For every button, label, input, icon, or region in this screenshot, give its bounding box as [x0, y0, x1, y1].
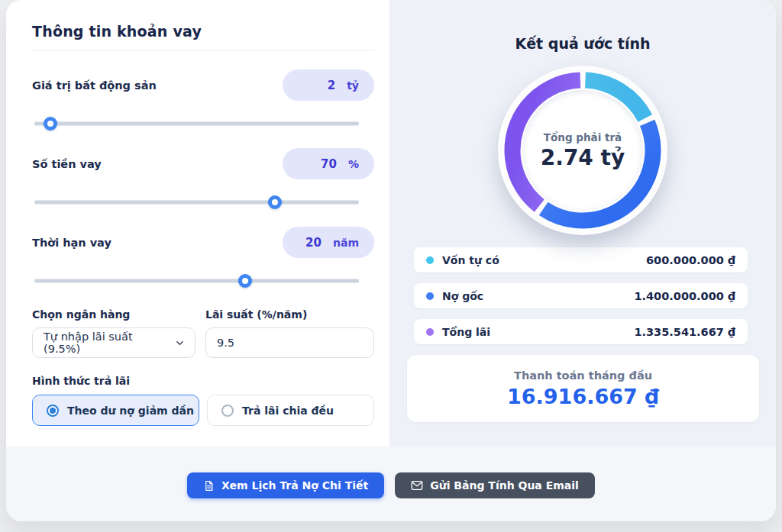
first-month-payment-value: 16.916.667 ₫ [507, 385, 659, 408]
loan-term-number: 20 [305, 236, 322, 250]
first-month-payment-label: Thanh toán tháng đầu [514, 369, 652, 382]
loan-term-slider[interactable] [32, 274, 374, 287]
interest-rate-input[interactable]: 9.5 [205, 327, 374, 358]
cyan-dot-icon [426, 256, 434, 264]
principal-label: Nợ gốc [442, 290, 483, 302]
total-interest-value: 1.335.541.667 ₫ [634, 326, 735, 338]
email-icon [411, 480, 423, 491]
purple-dot-icon [426, 328, 434, 336]
loan-term-pill[interactable]: 20 năm [283, 227, 374, 258]
property-value-label: Giá trị bất động sản [32, 79, 157, 92]
result-panel: Kết quả ước tính Tổng phải trả 2.74 tỷ V… [389, 0, 776, 447]
total-payable-value: 2.74 tỷ [541, 145, 625, 170]
interest-method-section: Hình thức trả lãi Theo dư nợ giảm dần Tr… [32, 375, 374, 426]
loan-term-label: Thời hạn vay [32, 237, 111, 249]
own-capital-label: Vốn tự có [442, 254, 499, 266]
view-schedule-button[interactable]: Xem Lịch Trả Nợ Chi Tiết [187, 472, 384, 498]
property-value-pill[interactable]: 2 tỷ [283, 69, 374, 101]
property-value-number: 2 [328, 79, 335, 92]
legend-row-total-interest: Tổng lãi 1.335.541.667 ₫ [414, 319, 748, 344]
loan-calculator-card: Thông tin khoản vay Giá trị bất động sản… [6, 0, 776, 521]
radio-unselected-icon [221, 405, 234, 417]
principal-value: 1.400.000.000 ₫ [634, 290, 735, 302]
bank-select-value: Tự nhập lãi suất (9.5%) [44, 330, 171, 355]
slider-track[interactable] [34, 200, 359, 204]
donut-center: Tổng phải trả 2.74 tỷ [522, 90, 643, 211]
loan-term-field: Thời hạn vay 20 năm [32, 227, 374, 287]
loan-info-panel: Thông tin khoản vay Giá trị bất động sản… [6, 0, 389, 447]
page-title: Thông tin khoản vay [32, 23, 374, 40]
legend-row-own-capital: Vốn tự có 600.000.000 ₫ [414, 247, 748, 272]
title-divider [32, 50, 374, 51]
document-icon [203, 480, 215, 492]
loan-amount-slider[interactable] [32, 195, 374, 208]
first-month-payment-card: Thanh toán tháng đầu 16.916.667 ₫ [407, 355, 759, 422]
main-content: Thông tin khoản vay Giá trị bất động sản… [6, 0, 776, 447]
total-interest-label: Tổng lãi [442, 326, 490, 338]
chevron-down-icon [176, 339, 184, 347]
property-value-field: Giá trị bất động sản 2 tỷ [32, 69, 374, 130]
loan-term-unit: năm [333, 237, 359, 249]
send-email-label: Gửi Bảng Tính Qua Email [430, 479, 579, 492]
radio-declining-balance[interactable]: Theo dư nợ giảm dần [32, 395, 199, 426]
slider-thumb[interactable] [268, 195, 282, 209]
loan-amount-label: Số tiền vay [32, 158, 102, 170]
donut-chart: Tổng phải trả 2.74 tỷ [501, 69, 664, 232]
blue-dot-icon [426, 292, 434, 300]
radio-flat-rate[interactable]: Trả lãi chia đều [207, 395, 374, 426]
view-schedule-label: Xem Lịch Trả Nợ Chi Tiết [221, 479, 368, 492]
loan-amount-field: Số tiền vay 70 % [32, 148, 374, 208]
slider-thumb[interactable] [44, 117, 57, 131]
loan-amount-pill[interactable]: 70 % [283, 148, 374, 179]
interest-rate-value: 9.5 [217, 337, 234, 349]
property-value-slider[interactable] [32, 117, 374, 130]
loan-amount-unit: % [348, 158, 359, 170]
result-title: Kết quả ước tính [389, 35, 776, 52]
slider-track[interactable] [34, 121, 359, 125]
slider-thumb[interactable] [238, 274, 252, 288]
bank-rate-row: Chọn ngân hàng Tự nhập lãi suất (9.5%) L… [32, 308, 374, 358]
loan-amount-number: 70 [321, 157, 337, 171]
property-value-unit: tỷ [347, 79, 359, 92]
bank-select[interactable]: Tự nhập lãi suất (9.5%) [32, 327, 196, 358]
radio-selected-icon [47, 405, 59, 417]
radio-flat-rate-label: Trả lãi chia đều [242, 405, 334, 417]
radio-declining-balance-label: Theo dư nợ giảm dần [67, 405, 194, 417]
send-email-button[interactable]: Gửi Bảng Tính Qua Email [395, 472, 595, 498]
legend-row-principal: Nợ gốc 1.400.000.000 ₫ [414, 283, 748, 308]
own-capital-value: 600.000.000 ₫ [646, 254, 735, 266]
total-payable-label: Tổng phải trả [544, 131, 622, 143]
footer-actions: Xem Lịch Trả Nợ Chi Tiết Gửi Bảng Tính Q… [6, 447, 776, 521]
bank-select-label: Chọn ngân hàng [32, 308, 196, 321]
result-legend: Vốn tự có 600.000.000 ₫ Nợ gốc 1.400.000… [414, 247, 748, 344]
interest-rate-label: Lãi suất (%/năm) [205, 308, 374, 321]
interest-method-label: Hình thức trả lãi [32, 375, 374, 387]
slider-track[interactable] [34, 279, 359, 282]
